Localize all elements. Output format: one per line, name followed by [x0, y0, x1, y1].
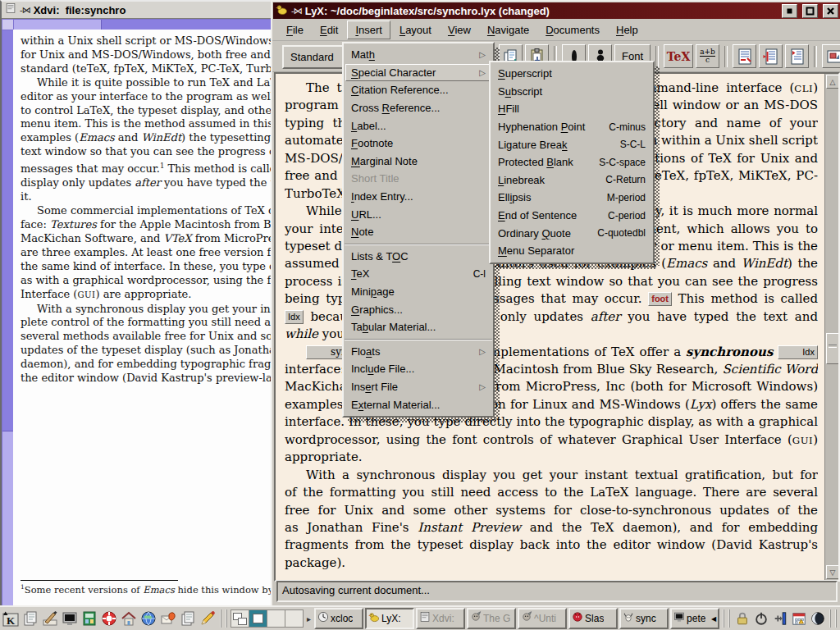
- menu-separator: [345, 244, 492, 245]
- power-icon[interactable]: [752, 609, 769, 628]
- panel-handle[interactable]: [723, 609, 730, 628]
- pager-desktop-3[interactable]: [267, 610, 285, 627]
- k-menu-icon[interactable]: K: [2, 609, 20, 628]
- help-icon[interactable]: [100, 609, 118, 628]
- menu-item-citation-reference[interactable]: Citation Reference...: [344, 81, 493, 99]
- foot-inset[interactable]: foot: [648, 292, 672, 306]
- footnote-icon[interactable]: [733, 44, 756, 68]
- moon-icon[interactable]: [809, 609, 826, 628]
- idx-inset[interactable]: Idx: [285, 310, 304, 324]
- menubar-item-layout[interactable]: Layout: [392, 21, 439, 39]
- menubar-item-edit[interactable]: Edit: [313, 21, 345, 39]
- scrollbar-thumb[interactable]: [2, 30, 13, 431]
- menu-item-note[interactable]: Note: [344, 223, 493, 241]
- menu-item-math[interactable]: Math▷: [344, 46, 493, 64]
- task-button-sync[interactable]: sync: [619, 608, 669, 629]
- xdvi-vertical-scrollbar[interactable]: [2, 30, 14, 607]
- menubar-item-navigate[interactable]: Navigate: [480, 21, 536, 39]
- menu-item-url[interactable]: URL...: [344, 205, 493, 223]
- task-button-xdvi[interactable]: Xdvi:: [416, 608, 465, 629]
- pin-icon[interactable]: -⋈: [20, 5, 30, 16]
- task-button-the-g[interactable]: The G: [467, 608, 516, 629]
- menubar-item-help[interactable]: Help: [609, 21, 646, 39]
- menu-item-ordinary-quote[interactable]: Ordinary QuoteC-quotedbl: [491, 224, 653, 242]
- menu-item-superscript[interactable]: Superscript: [491, 65, 653, 83]
- web-browser-icon[interactable]: [139, 609, 158, 628]
- menu-item-label[interactable]: Label...: [344, 116, 493, 135]
- menu-item-graphics[interactable]: Graphics...: [344, 300, 493, 318]
- menu-item-special-character[interactable]: Special Character▷: [345, 64, 491, 82]
- menubar-item-documents[interactable]: Documents: [538, 21, 607, 39]
- scroll-down-icon[interactable]: ▽: [826, 565, 839, 579]
- package-tool-icon[interactable]: [80, 609, 98, 628]
- menu-item-linebreak[interactable]: LinebreakC-Return: [491, 171, 653, 189]
- menu-shortcut: S-C-space: [599, 157, 646, 168]
- lock-icon[interactable]: [733, 609, 751, 628]
- task-button-lyx[interactable]: LyX:: [365, 608, 414, 629]
- calendar-icon[interactable]: [790, 609, 807, 628]
- documents-icon[interactable]: [179, 609, 197, 628]
- menu-item-subscript[interactable]: Subscript: [491, 83, 653, 101]
- marginal-note-icon[interactable]: [759, 44, 783, 68]
- text-line: appropriate.: [285, 449, 818, 466]
- close-button[interactable]: [823, 4, 838, 18]
- status-bar: Autosaving current document...: [276, 581, 838, 602]
- task-label: pete: [687, 613, 705, 624]
- maximize-button[interactable]: [802, 4, 818, 18]
- task-button-pete[interactable]: pete◀: [670, 608, 719, 629]
- menu-item-lists-toc[interactable]: Lists & TOC: [344, 248, 493, 266]
- task-button-slas[interactable]: Slas: [568, 608, 618, 629]
- pin-icon[interactable]: -⋈: [291, 6, 302, 16]
- menu-shortcut: C-quotedbl: [597, 227, 646, 239]
- applet-expand-icon[interactable]: ▸: [305, 614, 313, 623]
- menu-item-hyphenation-point[interactable]: Hyphenation PointC-minus: [491, 118, 653, 136]
- menu-item-index-entry[interactable]: Index Entry...: [344, 188, 493, 206]
- menu-item-tex[interactable]: TeXC-l: [344, 265, 493, 283]
- panel-handle[interactable]: [220, 609, 227, 628]
- pager-desktop-4[interactable]: [285, 610, 303, 627]
- text-segment: package).: [285, 555, 345, 570]
- task-button-unti[interactable]: ^Unti: [518, 608, 567, 629]
- depth-icon[interactable]: [785, 44, 809, 68]
- menu-item-tabular-material[interactable]: Tabular Material...: [344, 318, 493, 336]
- scroll-up-icon[interactable]: △: [826, 75, 839, 89]
- menu-item-protected-blank[interactable]: Protected BlankS-C-space: [491, 153, 653, 171]
- scrollbar-thumb[interactable]: [826, 333, 839, 364]
- menubar-item-insert[interactable]: Insert: [347, 21, 390, 39]
- idx-inset[interactable]: Idx: [778, 345, 818, 359]
- menu-item-floats[interactable]: Floats▷: [344, 343, 493, 361]
- menubar-item-file[interactable]: File: [279, 21, 311, 39]
- document-scrollbar[interactable]: △ ▽: [824, 74, 838, 580]
- menu-item-minipage[interactable]: Minipage: [344, 283, 493, 301]
- pager-desktop-1[interactable]: [231, 610, 249, 627]
- math-icon[interactable]: a+bc: [696, 44, 719, 68]
- window-list-icon[interactable]: [21, 609, 39, 628]
- menu-item-ligature-break[interactable]: Ligature BreakS-C-L: [491, 135, 653, 153]
- panel-handle[interactable]: [829, 609, 837, 628]
- menu-item-ellipsis[interactable]: EllipsisM-period: [491, 189, 653, 207]
- figure-icon[interactable]: [822, 44, 840, 68]
- desktop-pager[interactable]: [231, 609, 304, 628]
- menu-item-end-of-sentence[interactable]: End of SentenceC-period: [491, 207, 653, 225]
- menu-item-footnote[interactable]: Footnote: [344, 135, 493, 153]
- menu-item-external-material[interactable]: External Material...: [344, 395, 493, 413]
- tex-button[interactable]: TeX: [664, 44, 693, 68]
- home-folder-icon[interactable]: [120, 609, 138, 628]
- menu-item-insert-file[interactable]: Insert File▷: [344, 378, 493, 396]
- plug-icon[interactable]: [771, 609, 788, 628]
- desktop-access-icon[interactable]: [41, 609, 59, 628]
- menu-item-include-file[interactable]: Include File...: [344, 360, 493, 378]
- menu-item-cross-reference[interactable]: Cross Reference...: [344, 99, 493, 117]
- pager-desktop-2[interactable]: [249, 610, 267, 627]
- menu-item-marginal-note[interactable]: Marginal Note: [344, 153, 493, 171]
- mail-icon[interactable]: [159, 609, 177, 628]
- task-button-xcloc[interactable]: xcloc: [314, 608, 363, 629]
- editor-icon[interactable]: [199, 609, 217, 628]
- minimize-button[interactable]: [782, 4, 797, 18]
- terminal-icon[interactable]: [61, 609, 79, 628]
- menu-item-menu-separator[interactable]: Menu Separator: [491, 242, 653, 260]
- menubar-item-view[interactable]: View: [441, 21, 478, 39]
- menu-item-hfill[interactable]: HFill: [491, 100, 653, 118]
- menu-item-label: URL...: [351, 208, 381, 221]
- lyx-titlebar[interactable]: -⋈ LyX: ~/doc/beginlatex/src/synchro.lyx…: [273, 2, 840, 19]
